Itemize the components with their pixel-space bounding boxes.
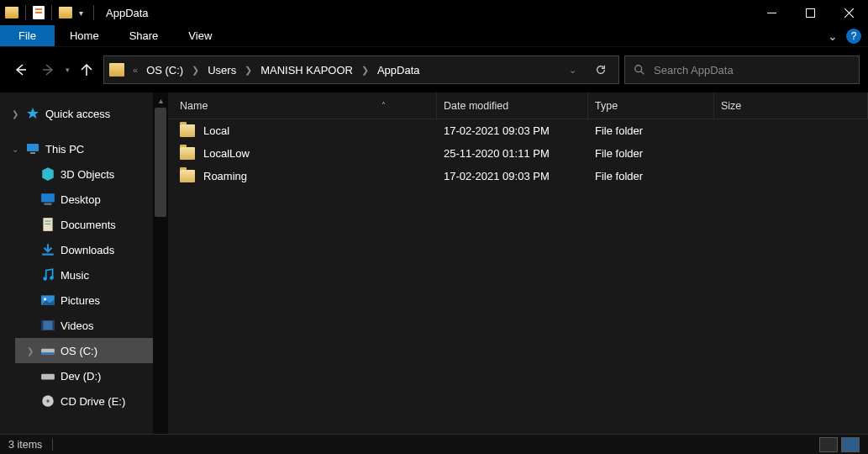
breadcrumb-segment[interactable]: Users [203,56,241,83]
maximize-button[interactable] [791,0,829,25]
chevron-right-icon[interactable]: ❯ [243,65,254,76]
help-icon[interactable]: ? [846,29,861,44]
chevron-right-icon[interactable]: ❯ [360,65,371,76]
search-box[interactable] [624,55,860,84]
tree-label: This PC [45,143,84,156]
tree-label: 3D Objects [60,168,114,181]
folder-icon [180,124,195,137]
svg-rect-9 [45,221,51,222]
tab-home[interactable]: Home [55,25,114,46]
svg-point-13 [50,276,54,280]
svg-rect-10 [45,224,51,224]
title-bar: ▾ AppData [0,0,868,25]
breadcrumb-segment[interactable]: MANISH KAPOOR [255,56,358,83]
tree-downloads[interactable]: · Downloads [15,237,168,262]
star-icon [25,107,40,120]
tree-os-c[interactable]: ❯ OS (C:) [15,338,168,363]
column-header-date[interactable]: Date modified [437,92,588,119]
column-header-type[interactable]: Type [588,92,714,119]
sidebar-scrollbar-thumb[interactable] [155,108,166,217]
svg-rect-4 [27,144,39,151]
svg-marker-3 [27,108,39,119]
separator [25,5,26,20]
svg-rect-11 [42,254,54,256]
scroll-up-icon[interactable]: ▴ [153,92,168,108]
minimize-button[interactable] [752,0,791,25]
svg-rect-18 [53,320,55,330]
tree-label: CD Drive (E:) [60,395,125,408]
tab-file[interactable]: File [0,25,55,46]
list-item[interactable]: LocalLow 25-11-2020 01:11 PM File folder [168,142,868,165]
new-folder-icon[interactable] [59,7,72,18]
breadcrumb-segment[interactable]: AppData [372,56,425,83]
explorer-body: ❯ Quick access ⌄ This PC · 3D Objects · [0,92,868,434]
list-item[interactable]: Roaming 17-02-2021 09:03 PM File folder [168,165,868,187]
tree-label: Quick access [45,108,110,120]
file-type: File folder [588,170,714,182]
details-view-button[interactable] [819,437,838,452]
tree-dev-d[interactable]: · Dev (D:) [15,363,168,388]
breadcrumb-overflow-icon[interactable]: « [131,65,139,75]
folder-icon [180,147,195,160]
breadcrumb-segment[interactable]: OS (C:) [141,56,188,83]
history-dropdown-icon[interactable]: ▾ [66,66,70,74]
status-item-count: 3 items [8,439,42,451]
svg-rect-17 [41,320,43,330]
qat-dropdown-icon[interactable]: ▾ [76,8,87,18]
tree-label: Music [60,269,89,282]
properties-icon[interactable] [33,6,45,19]
desktop-icon [40,193,55,206]
videos-icon [40,319,55,332]
tree-documents[interactable]: · Documents [15,212,168,237]
tree-this-pc[interactable]: ⌄ This PC [0,136,168,161]
refresh-button[interactable] [587,64,615,76]
file-date: 17-02-2021 09:03 PM [437,170,588,182]
address-dropdown-icon[interactable]: ⌄ [560,65,585,76]
tree-music[interactable]: · Music [15,262,168,288]
column-label: Type [595,100,618,112]
column-header-name[interactable]: Name ˄ [168,92,437,119]
address-bar[interactable]: « OS (C:) ❯ Users ❯ MANISH KAPOOR ❯ AppD… [103,55,619,84]
file-type: File folder [588,147,714,160]
download-icon [40,243,55,256]
ribbon-collapse-icon[interactable]: ⌄ [828,29,838,43]
column-header-size[interactable]: Size [714,92,868,119]
chevron-right-icon[interactable]: ❯ [10,109,20,119]
up-button[interactable] [75,57,98,82]
document-icon [40,218,55,231]
column-label: Date modified [444,100,508,112]
search-input[interactable] [654,64,850,77]
icons-view-button[interactable] [841,437,860,452]
tree-pictures[interactable]: · Pictures [15,288,168,313]
file-type: File folder [588,124,714,137]
chevron-down-icon[interactable]: ⌄ [10,145,20,154]
close-button[interactable] [829,0,868,25]
tree-quick-access[interactable]: ❯ Quick access [0,101,168,126]
chevron-right-icon[interactable]: ❯ [25,346,35,356]
chevron-right-icon[interactable]: ❯ [190,65,201,76]
svg-rect-21 [41,374,55,380]
svg-rect-20 [41,352,55,354]
list-item[interactable]: Local 17-02-2021 09:03 PM File folder [168,119,868,142]
back-button[interactable] [8,57,32,82]
drive-icon [40,344,55,357]
tab-view[interactable]: View [173,25,227,46]
svg-point-2 [635,66,642,72]
separator [51,5,52,20]
navigation-pane: ❯ Quick access ⌄ This PC · 3D Objects · [0,92,168,434]
tree-label: Desktop [60,193,101,206]
svg-rect-1 [806,8,814,17]
disc-icon [40,394,55,408]
tree-desktop[interactable]: · Desktop [15,187,168,212]
forward-button[interactable] [37,57,60,82]
tree-cd-drive-e[interactable]: · CD Drive (E:) [15,388,168,414]
status-bar: 3 items [0,434,868,454]
tree-videos[interactable]: · Videos [15,313,168,338]
tree-3d-objects[interactable]: · 3D Objects [15,161,168,187]
folder-icon [5,7,18,18]
window-title: AppData [106,7,149,19]
file-name: LocalLow [203,147,250,160]
tab-share[interactable]: Share [114,25,174,46]
file-list: Name ˄ Date modified Type Size Local 17-… [168,92,868,434]
tree-label: Videos [60,319,94,332]
